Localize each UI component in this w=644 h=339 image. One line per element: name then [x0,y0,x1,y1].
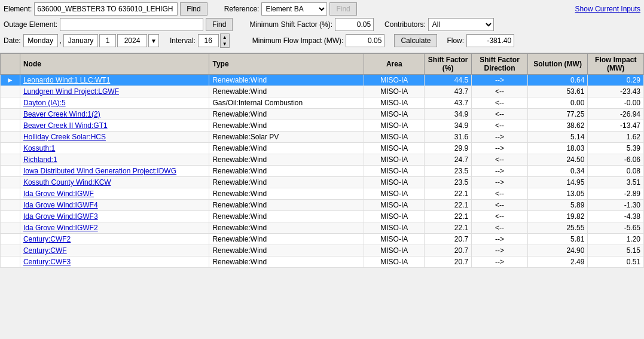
date-day-input[interactable] [23,34,58,47]
row-indicator [1,109,20,120]
row-area: MISO-IA [364,200,425,211]
row-solution: 18.03 [527,143,588,154]
col-indicator-header [1,54,20,75]
table-row[interactable]: Lundgren Wind Project:LGWFRenewable:Wind… [1,86,644,97]
min-flow-input[interactable] [346,34,384,47]
row-flow-impact: -0.00 [588,97,644,109]
table-row[interactable]: Dayton (IA):5Gas/Oil:Internal Combustion… [1,97,644,109]
row-shift-factor: 23.5 [425,166,472,177]
table-row[interactable]: Holliday Creek Solar:HCSRenewable:Solar … [1,132,644,143]
interval-up-button[interactable]: ▲ [221,34,229,41]
outage-element-input[interactable] [60,18,203,31]
row-node[interactable]: Lundgren Wind Project:LGWF [20,86,209,97]
show-current-inputs-link[interactable]: Show Current Inputs [575,5,640,13]
row-area: MISO-IA [364,86,425,97]
row-shift-factor: 20.7 [425,245,472,256]
row-node[interactable]: Richland:1 [20,154,209,166]
row-node[interactable]: Century:CWF3 [20,256,209,268]
table-header-row: Node Type Area Shift Factor (%) Shift Fa… [1,54,644,75]
table-row[interactable]: Beaver Creek Wind:1(2)Renewable:WindMISO… [1,109,644,120]
row-indicator [1,143,20,154]
row-shift-factor-direction: <-- [472,109,528,120]
row-indicator [1,177,20,188]
reference-find-button[interactable]: Find [329,2,356,16]
table-row[interactable]: ►Leonardo Wind:1 LLC:WT1Renewable:WindMI… [1,75,644,86]
row-area: MISO-IA [364,177,425,188]
row-shift-factor-direction: <-- [472,154,528,166]
row-node[interactable]: Kossuth County Wind:KCW [20,177,209,188]
col-sol-header: Solution (MW) [527,54,588,75]
row-shift-factor-direction: <-- [472,211,528,222]
col-type-header: Type [209,54,364,75]
table-row[interactable]: Century:CWF2Renewable:WindMISO-IA20.7-->… [1,234,644,245]
row-shift-factor: 43.7 [425,86,472,97]
date-picker-button[interactable]: ▼ [148,34,159,47]
row-shift-factor: 22.1 [425,188,472,200]
interval-down-button[interactable]: ▼ [221,41,229,47]
table-row[interactable]: Ida Grove Wind:IGWF3Renewable:WindMISO-I… [1,211,644,222]
row-node[interactable]: Kossuth:1 [20,143,209,154]
row-type: Renewable:Wind [209,109,364,120]
row-node[interactable]: Ida Grove Wind:IGWF4 [20,200,209,211]
table-row[interactable]: Ida Grove Wind:IGWF2Renewable:WindMISO-I… [1,222,644,234]
table-row[interactable]: Century:CWFRenewable:WindMISO-IA20.7-->2… [1,245,644,256]
row-type: Renewable:Wind [209,211,364,222]
row-type: Renewable:Wind [209,245,364,256]
contributors-select[interactable]: All [428,18,494,31]
element-input[interactable] [34,2,178,16]
element-find-button[interactable]: Find [180,2,207,16]
row-node[interactable]: Century:CWF [20,245,209,256]
min-shift-input[interactable] [335,18,374,31]
row-node[interactable]: Dayton (IA):5 [20,97,209,109]
table-row[interactable]: Ida Grove Wind:IGWFRenewable:WindMISO-IA… [1,188,644,200]
row-shift-factor-direction: <-- [472,86,528,97]
row-node[interactable]: Iowa Distributed Wind Generation Project… [20,166,209,177]
table-row[interactable]: Century:CWF3Renewable:WindMISO-IA20.7-->… [1,256,644,268]
flow-value-input[interactable] [466,34,514,47]
row-node[interactable]: Ida Grove Wind:IGWF3 [20,211,209,222]
row-flow-impact: 0.51 [588,256,644,268]
date-month-input[interactable] [63,34,98,47]
row-flow-impact: -6.06 [588,154,644,166]
row-solution: 5.89 [527,200,588,211]
data-table-container: Node Type Area Shift Factor (%) Shift Fa… [0,53,644,338]
row-node[interactable]: Century:CWF2 [20,234,209,245]
row-flow-impact: 3.51 [588,177,644,188]
row-flow-impact: -1.30 [588,200,644,211]
interval-label: Interval: [170,36,196,45]
table-row[interactable]: Kossuth County Wind:KCWRenewable:WindMIS… [1,177,644,188]
row-type: Renewable:Wind [209,256,364,268]
row-2: Outage Element: Find Minimum Shift Facto… [4,18,640,31]
row-node[interactable]: Ida Grove Wind:IGWF2 [20,222,209,234]
col-node-header: Node [20,54,209,75]
date-date-input[interactable] [99,34,116,47]
row-node[interactable]: Beaver Creek II Wind:GT1 [20,120,209,132]
table-row[interactable]: Beaver Creek II Wind:GT1Renewable:WindMI… [1,120,644,132]
row-solution: 77.25 [527,109,588,120]
row-node[interactable]: Holliday Creek Solar:HCS [20,132,209,143]
row-shift-factor-direction: --> [472,132,528,143]
row-node[interactable]: Ida Grove Wind:IGWF [20,188,209,200]
calculate-button[interactable]: Calculate [394,34,437,47]
outage-find-button[interactable]: Find [206,18,233,31]
row-area: MISO-IA [364,97,425,109]
row-indicator [1,211,20,222]
table-row[interactable]: Ida Grove Wind:IGWF4Renewable:WindMISO-I… [1,200,644,211]
row-area: MISO-IA [364,211,425,222]
table-row[interactable]: Iowa Distributed Wind Generation Project… [1,166,644,177]
row-flow-impact: 0.29 [588,75,644,86]
table-row[interactable]: Richland:1Renewable:WindMISO-IA24.7<--24… [1,154,644,166]
table-row[interactable]: Kossuth:1Renewable:WindMISO-IA29.9-->18.… [1,143,644,154]
row-type: Renewable:Wind [209,120,364,132]
date-year-input[interactable] [117,34,147,47]
row-area: MISO-IA [364,222,425,234]
row-node[interactable]: Leonardo Wind:1 LLC:WT1 [20,75,209,86]
row-node[interactable]: Beaver Creek Wind:1(2) [20,109,209,120]
row-flow-impact: -26.94 [588,109,644,120]
row-area: MISO-IA [364,245,425,256]
row-area: MISO-IA [364,166,425,177]
interval-input[interactable] [198,34,219,47]
reference-select[interactable]: Element BA [261,2,327,16]
row-solution: 19.82 [527,211,588,222]
row-type: Renewable:Solar PV [209,132,364,143]
